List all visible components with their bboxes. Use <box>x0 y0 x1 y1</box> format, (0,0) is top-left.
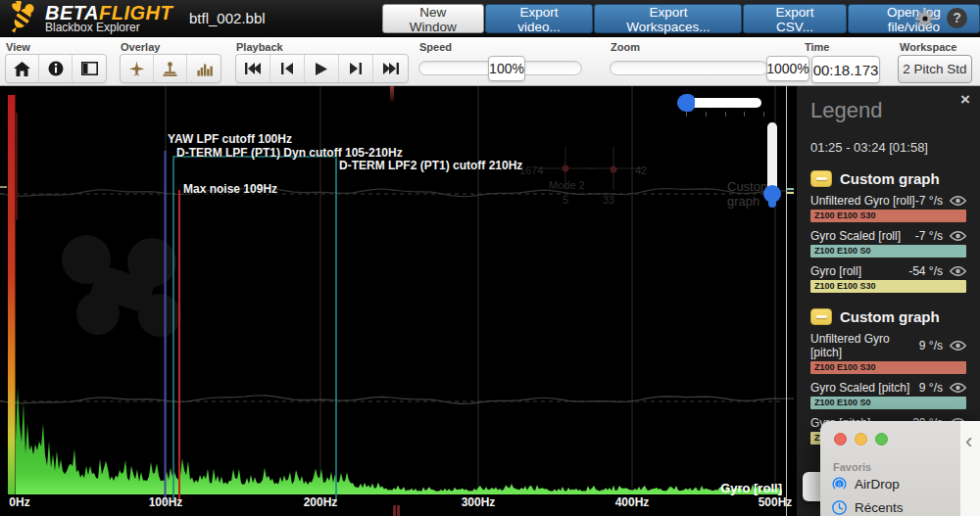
max-noise-annotation: Max noise 109Hz <box>183 182 277 196</box>
zoom-slider[interactable] <box>610 61 768 75</box>
zoom-traffic-light[interactable] <box>875 433 888 446</box>
stick-mode: Mode 2 <box>549 179 585 191</box>
analyser-zoom-x-thumb[interactable] <box>677 94 695 112</box>
play-icon <box>316 63 327 75</box>
legend-graph-name: Custom graph <box>840 308 940 325</box>
legend-graph-2-header[interactable]: Custom graph <box>810 308 966 325</box>
playback-section-label: Playback <box>236 41 283 53</box>
legend-curve-settings-bar[interactable]: Z100 E100 S30 <box>810 210 966 222</box>
overlay-button-group <box>120 54 221 83</box>
axis-tick-400hz: 400Hz <box>615 495 650 509</box>
export-csv-button[interactable]: Export CSV... <box>743 4 846 33</box>
legend-field-label[interactable]: Unfiltered Gyro [roll] <box>810 194 915 208</box>
overlay-analyser-button[interactable] <box>187 55 220 82</box>
legend-field-value: -7 °/s <box>915 194 943 208</box>
traffic-lights <box>834 433 888 446</box>
spectrum-dc-bar <box>8 95 16 494</box>
legend-curve-settings-bar[interactable]: Z100 E100 S0 <box>810 245 966 258</box>
clock-icon <box>831 499 848 516</box>
joystick-icon <box>162 61 178 77</box>
analyser-zoom-y-slider[interactable] <box>767 122 777 203</box>
legend-row: Gyro Scaled [roll] -7 °/s Z100 E100 S0 <box>810 229 966 258</box>
log-time-range: 01:25 - 03:24 [01:58] <box>810 140 980 155</box>
help-icon[interactable]: ? <box>947 8 967 28</box>
axis-tick-300hz: 300Hz <box>462 495 496 509</box>
stick-value-right: 42 <box>635 164 647 176</box>
brand-text: BETAFLIGHT Blackbox Explorer <box>45 4 172 33</box>
export-workspaces-button[interactable]: Export Workspaces... <box>594 4 742 33</box>
visibility-eye-icon[interactable] <box>950 195 966 207</box>
legend-field-label[interactable]: Gyro Scaled [roll] <box>810 229 915 243</box>
playback-step-back-button[interactable] <box>270 55 305 82</box>
throttle-value: 1674 <box>519 164 543 176</box>
view-info-button[interactable] <box>39 55 73 82</box>
workspace-button[interactable]: 2 Pitch Std <box>898 55 972 83</box>
view-section-label: View <box>6 41 30 53</box>
close-traffic-light[interactable] <box>834 433 847 446</box>
view-button-group <box>5 54 107 83</box>
visibility-eye-icon[interactable] <box>950 265 966 277</box>
time-label: Time <box>805 41 829 53</box>
visibility-eye-icon[interactable] <box>950 230 966 242</box>
analyser-zoom-y-thumb[interactable] <box>763 185 781 203</box>
overlay-section-label: Overlay <box>121 41 160 53</box>
legend-row: Unfiltered Gyro [pitch] 9 °/s Z100 E100 … <box>810 332 966 374</box>
export-video-button[interactable]: Export video... <box>485 4 594 33</box>
legend-field-label[interactable]: Gyro Scaled [pitch] <box>810 381 919 395</box>
playback-position-marker-top <box>390 86 394 101</box>
view-table-button[interactable] <box>73 55 106 82</box>
view-home-button[interactable] <box>6 55 39 82</box>
finder-favorites-label: Favoris <box>833 461 871 473</box>
curve-settings-tag: Z100 E100 S0 <box>814 246 871 256</box>
legend-row: Gyro [roll] -54 °/s Z100 E100 S30 <box>810 264 966 293</box>
settings-gear-icon[interactable] <box>914 8 936 29</box>
legend-row: Gyro Scaled [pitch] 9 °/s Z100 E100 S0 <box>810 381 966 409</box>
axis-tick-200hz: 200Hz <box>304 495 338 509</box>
trace-end-yellow <box>787 192 794 194</box>
spectrum-dc-spike <box>16 113 19 220</box>
legend-curve-settings-bar[interactable]: Z100 E100 S30 <box>810 361 966 374</box>
spectrum-graph[interactable]: YAW LPF cutoff 100Hz D-TERM LPF (PT1) Dy… <box>0 86 797 516</box>
legend-curve-settings-bar[interactable]: Z100 E100 S0 <box>810 397 966 409</box>
dterm-lpf2-annotation: D-TERM LPF2 (PT1) cutoff 210Hz <box>339 159 522 172</box>
new-window-button[interactable]: New Window <box>382 4 484 33</box>
app-header: BETAFLIGHT Blackbox Explorer btfl_002.bb… <box>0 0 980 37</box>
playback-step-forward-button[interactable] <box>339 55 373 82</box>
zoom-value[interactable]: 1000% <box>766 56 809 81</box>
finder-sidebar: Favoris AirDrop Récents <box>820 421 960 516</box>
legend-graph-1-header[interactable]: Custom graph <box>810 170 966 187</box>
axis-tick-0hz: 0Hz <box>9 495 29 509</box>
back-chevron-icon[interactable]: ‹ <box>965 429 972 454</box>
analyser-zoom-x-slider[interactable] <box>681 98 761 108</box>
finder-window: Favoris AirDrop Récents <box>820 421 980 516</box>
playback-position-marker-bottom <box>393 505 396 516</box>
speed-value[interactable]: 100% <box>488 56 525 81</box>
series-label-gyro-roll: Gyro [roll] <box>720 481 782 495</box>
betaflight-logo: BETAFLIGHT Blackbox Explorer <box>5 1 172 36</box>
visibility-eye-icon[interactable] <box>950 382 966 394</box>
collapse-graph-button[interactable] <box>810 308 832 325</box>
close-icon[interactable]: × <box>960 90 970 110</box>
legend-curve-settings-bar[interactable]: Z100 E100 S30 <box>810 280 966 293</box>
dterm-lpf-annotation: D-TERM LPF (PT1) Dyn cutoff 105-210Hz <box>176 146 403 160</box>
playback-skip-end-button[interactable] <box>373 55 408 82</box>
finder-item-airdrop[interactable]: AirDrop <box>831 476 900 493</box>
legend-field-value: 9 °/s <box>919 339 943 352</box>
collapse-graph-button[interactable] <box>810 170 832 187</box>
finder-item-recents[interactable]: Récents <box>831 499 904 516</box>
home-icon <box>14 62 30 76</box>
time-field[interactable]: 00:18.173 <box>811 56 880 83</box>
overlay-craft-button[interactable] <box>121 55 154 82</box>
overlay-sticks-button[interactable] <box>154 55 187 82</box>
playback-skip-start-button[interactable] <box>236 55 270 82</box>
playback-play-button[interactable] <box>305 55 339 82</box>
airdrop-icon <box>831 476 848 493</box>
toolbar: View Overlay Playback <box>0 37 980 86</box>
visibility-eye-icon[interactable] <box>950 340 966 352</box>
speed-label: Speed <box>419 41 452 53</box>
analyser-zoom-x-ticks <box>686 112 764 117</box>
playback-position-marker-bottom-2 <box>397 505 400 516</box>
minimize-traffic-light[interactable] <box>855 433 867 446</box>
legend-field-label[interactable]: Gyro [roll] <box>810 264 908 278</box>
legend-field-label[interactable]: Unfiltered Gyro [pitch] <box>810 332 919 359</box>
